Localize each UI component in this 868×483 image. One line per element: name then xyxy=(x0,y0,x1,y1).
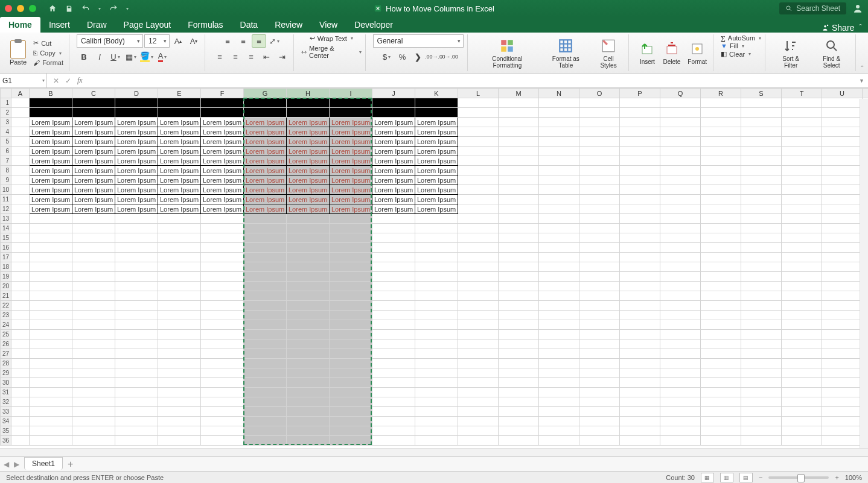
cell-L23[interactable] xyxy=(458,311,499,320)
cell-U9[interactable] xyxy=(822,175,863,185)
cell-E22[interactable] xyxy=(158,301,201,311)
cell-S33[interactable] xyxy=(741,407,782,417)
cell-L5[interactable] xyxy=(458,137,499,147)
cell-B14[interactable] xyxy=(30,224,72,233)
cell-L10[interactable] xyxy=(458,185,499,195)
cell-A20[interactable] xyxy=(11,282,30,291)
cell-C13[interactable] xyxy=(72,214,115,224)
cell-A14[interactable] xyxy=(11,224,30,233)
share-button[interactable]: Share xyxy=(821,23,854,33)
cell-O22[interactable] xyxy=(579,301,620,311)
cell-C23[interactable] xyxy=(72,311,115,320)
spreadsheet-grid[interactable]: ABCDEFGHIJKLMNOPQRSTUV123Lorem IpsumLore… xyxy=(0,88,868,448)
cell-D30[interactable] xyxy=(115,378,158,388)
cell-L21[interactable] xyxy=(458,291,499,301)
cell-D11[interactable]: Lorem Ipsum xyxy=(115,195,158,204)
cell-T2[interactable] xyxy=(782,108,822,118)
cell-G3[interactable]: Lorem Ipsum xyxy=(244,118,287,127)
cell-H9[interactable]: Lorem Ipsum xyxy=(287,175,330,185)
cell-G12[interactable]: Lorem Ipsum xyxy=(244,204,287,214)
cell-N27[interactable] xyxy=(539,349,579,359)
decrease-font-button[interactable]: A▾ xyxy=(187,34,201,48)
cell-H20[interactable] xyxy=(287,282,330,291)
cell-I23[interactable] xyxy=(330,311,372,320)
cell-Q27[interactable] xyxy=(660,349,701,359)
cell-K8[interactable]: Lorem Ipsum xyxy=(415,166,458,175)
row-header-22[interactable]: 22 xyxy=(1,301,11,311)
cell-H16[interactable] xyxy=(287,243,330,253)
cell-U23[interactable] xyxy=(822,311,863,320)
cell-L31[interactable] xyxy=(458,388,499,397)
cell-O13[interactable] xyxy=(579,214,620,224)
conditional-formatting-button[interactable]: Conditional Formatting xyxy=(475,36,540,70)
cell-H19[interactable] xyxy=(287,272,330,282)
cell-R12[interactable] xyxy=(701,204,741,214)
home-icon[interactable] xyxy=(48,4,57,13)
cell-M18[interactable] xyxy=(499,262,539,272)
cell-D35[interactable] xyxy=(115,426,158,436)
cell-I29[interactable] xyxy=(330,368,372,378)
row-header-28[interactable]: 28 xyxy=(1,359,11,368)
cell-O1[interactable] xyxy=(579,98,620,108)
cell-F4[interactable]: Lorem Ipsum xyxy=(201,127,244,137)
cell-C3[interactable]: Lorem Ipsum xyxy=(72,118,115,127)
cell-D8[interactable]: Lorem Ipsum xyxy=(115,166,158,175)
cell-E34[interactable] xyxy=(158,417,201,426)
cell-A1[interactable] xyxy=(11,98,30,108)
cell-S3[interactable] xyxy=(741,118,782,127)
cell-R36[interactable] xyxy=(701,436,741,446)
cell-T15[interactable] xyxy=(782,233,822,243)
cell-E9[interactable]: Lorem Ipsum xyxy=(158,175,201,185)
cell-Q2[interactable] xyxy=(660,108,701,118)
cell-R30[interactable] xyxy=(701,378,741,388)
cell-K1[interactable] xyxy=(415,98,458,108)
cell-C33[interactable] xyxy=(72,407,115,417)
cell-C10[interactable]: Lorem Ipsum xyxy=(72,185,115,195)
cell-N16[interactable] xyxy=(539,243,579,253)
cell-B25[interactable] xyxy=(30,330,72,339)
cell-J31[interactable] xyxy=(372,388,415,397)
cell-K6[interactable]: Lorem Ipsum xyxy=(415,147,458,156)
cell-P19[interactable] xyxy=(620,272,660,282)
cell-I17[interactable] xyxy=(330,253,372,262)
cell-M6[interactable] xyxy=(499,147,539,156)
cell-L7[interactable] xyxy=(458,156,499,166)
cell-A29[interactable] xyxy=(11,368,30,378)
col-header-O[interactable]: O xyxy=(579,89,620,98)
cell-F13[interactable] xyxy=(201,214,244,224)
cell-K29[interactable] xyxy=(415,368,458,378)
cell-O20[interactable] xyxy=(579,282,620,291)
row-header-20[interactable]: 20 xyxy=(1,282,11,291)
row-header-9[interactable]: 9 xyxy=(1,175,11,185)
row-header-34[interactable]: 34 xyxy=(1,417,11,426)
cell-G29[interactable] xyxy=(244,368,287,378)
format-painter-button[interactable]: 🖌Format xyxy=(31,58,65,67)
cell-C16[interactable] xyxy=(72,243,115,253)
cell-B12[interactable]: Lorem Ipsum xyxy=(30,204,72,214)
cell-D3[interactable]: Lorem Ipsum xyxy=(115,118,158,127)
normal-view-button[interactable]: ▦ xyxy=(701,473,714,482)
cell-J13[interactable] xyxy=(372,214,415,224)
cell-N3[interactable] xyxy=(539,118,579,127)
cell-T23[interactable] xyxy=(782,311,822,320)
cell-B5[interactable]: Lorem Ipsum xyxy=(30,137,72,147)
cell-K32[interactable] xyxy=(415,397,458,407)
cell-M23[interactable] xyxy=(499,311,539,320)
cell-N22[interactable] xyxy=(539,301,579,311)
cell-E18[interactable] xyxy=(158,262,201,272)
cell-T21[interactable] xyxy=(782,291,822,301)
undo-icon[interactable] xyxy=(81,4,90,13)
find-select-button[interactable]: Find & Select xyxy=(811,36,852,70)
cell-G25[interactable] xyxy=(244,330,287,339)
cell-L14[interactable] xyxy=(458,224,499,233)
cell-C25[interactable] xyxy=(72,330,115,339)
cell-N35[interactable] xyxy=(539,426,579,436)
cell-L8[interactable] xyxy=(458,166,499,175)
cell-H6[interactable]: Lorem Ipsum xyxy=(287,147,330,156)
cell-C2[interactable] xyxy=(72,108,115,118)
cell-D27[interactable] xyxy=(115,349,158,359)
cell-B19[interactable] xyxy=(30,272,72,282)
cell-K10[interactable]: Lorem Ipsum xyxy=(415,185,458,195)
cell-K16[interactable] xyxy=(415,243,458,253)
col-header-H[interactable]: H xyxy=(287,89,330,98)
